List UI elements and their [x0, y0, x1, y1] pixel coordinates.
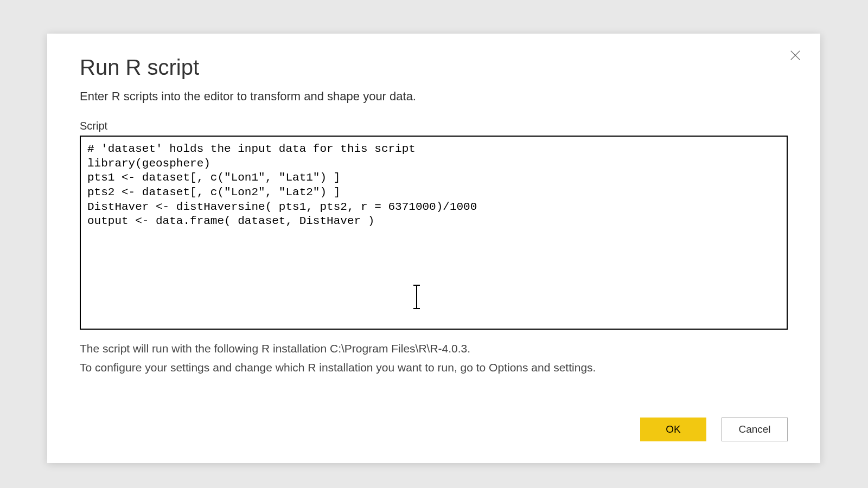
dialog-title: Run R script: [80, 55, 788, 80]
close-button[interactable]: [786, 46, 805, 65]
footer-line-2: To configure your settings and change wh…: [80, 358, 788, 377]
footer-line-1: The script will run with the following R…: [80, 339, 788, 358]
dialog-description: Enter R scripts into the editor to trans…: [80, 89, 788, 104]
footer-text: The script will run with the following R…: [80, 339, 788, 377]
cancel-button[interactable]: Cancel: [722, 418, 788, 441]
ok-button[interactable]: OK: [640, 418, 706, 441]
run-r-script-dialog: Run R script Enter R scripts into the ed…: [47, 34, 820, 463]
script-label: Script: [80, 120, 788, 132]
dialog-button-row: OK Cancel: [640, 418, 788, 441]
close-icon: [789, 49, 801, 61]
script-editor[interactable]: [80, 136, 788, 330]
